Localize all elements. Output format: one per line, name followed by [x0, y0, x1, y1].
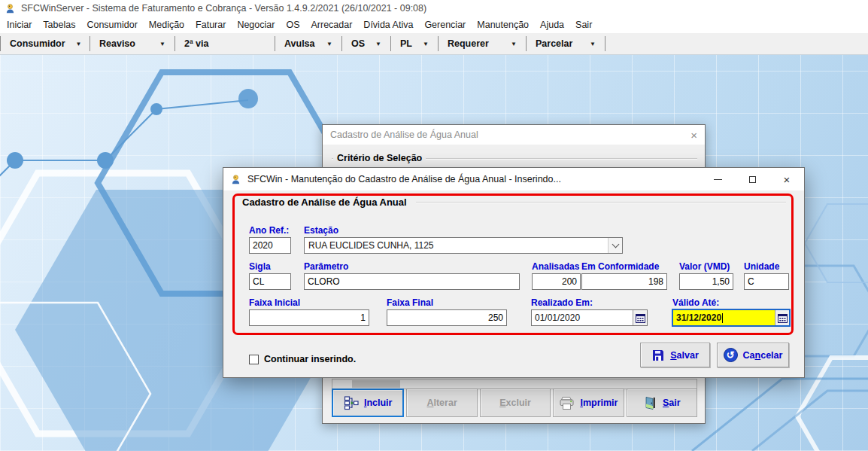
alterar-button: Alterar — [406, 389, 477, 417]
calendar-button[interactable] — [775, 310, 789, 325]
ano-ref-label: Ano Ref.: — [249, 225, 289, 236]
sigla-field[interactable]: CL — [249, 273, 291, 290]
analisadas-label: Analisadas — [532, 261, 579, 272]
toolbar-button-parcelar[interactable]: Parcelar ▼ — [527, 33, 605, 54]
dropdown-arrow-icon[interactable]: ▼ — [159, 41, 165, 47]
calendar-icon — [778, 313, 788, 323]
faixa-inicial-field[interactable]: 1 — [249, 309, 369, 326]
analisadas-field[interactable]: 200 — [532, 273, 581, 290]
cancelar-button[interactable]: ↺ Cancelar — [717, 343, 789, 367]
window-title: SFCWinServer - Sistema de Faturamento e … — [21, 3, 426, 14]
close-icon: × — [784, 174, 791, 185]
parametro-label: Parâmetro — [304, 261, 348, 272]
calendar-button[interactable] — [633, 310, 647, 325]
menu-item-manutencao[interactable]: Manutenção — [477, 20, 529, 30]
chevron-down-icon — [612, 240, 619, 248]
salvar-button[interactable]: Salvar — [640, 343, 710, 367]
ano-ref-field[interactable]: 2020 — [249, 237, 291, 254]
toolbar-button-consumidor[interactable]: Consumidor ▼ — [1, 33, 90, 54]
menu-item-arrecadar[interactable]: Arrecadar — [311, 20, 352, 30]
selection-dialog-buttons: Incluir Alterar Excluir Imprimir — [332, 389, 697, 417]
insert-record-icon — [344, 395, 359, 410]
selection-groupbox-label: Critério de Seleção — [333, 153, 426, 163]
cancel-undo-icon: ↺ — [724, 348, 738, 362]
dropdown-arrow-icon[interactable]: ▼ — [590, 41, 596, 47]
edit-groupbox-label: Cadastro de Análise de Água Anual — [238, 197, 411, 208]
app-icon — [230, 174, 241, 185]
dropdown-arrow-icon[interactable]: ▼ — [76, 41, 82, 47]
continuar-inserindo-checkbox-row: Continuar inserindo. — [249, 354, 356, 364]
continuar-inserindo-checkbox[interactable] — [249, 355, 259, 364]
horizontal-scrollbar[interactable] — [332, 379, 697, 389]
faixa-final-label: Faixa Final — [387, 297, 433, 308]
continuar-inserindo-label: Continuar inserindo. — [264, 354, 356, 364]
exit-door-icon — [643, 396, 657, 410]
scrollbar-thumb[interactable] — [352, 380, 400, 388]
dropdown-arrow-icon[interactable]: ▼ — [423, 41, 429, 47]
valor-vmd-field[interactable]: 1,50 — [679, 273, 733, 290]
toolbar-button-2a-via[interactable]: 2ª via — [175, 33, 244, 54]
dropdown-arrow-icon[interactable]: ▼ — [326, 41, 332, 47]
menu-item-ajuda[interactable]: Ajuda — [540, 20, 564, 30]
em-conformidade-label: Em Conformidade — [581, 261, 659, 272]
edit-dialog: SFCWin - Manutenção do Cadastro de Análi… — [223, 167, 805, 378]
menu-item-os[interactable]: OS — [286, 20, 299, 30]
toolbar: Consumidor ▼ Reaviso ▼ 2ª via Avulsa ▼ O… — [0, 33, 868, 55]
menu-item-gerenciar[interactable]: Gerenciar — [424, 20, 466, 30]
close-icon[interactable]: × — [690, 130, 697, 141]
sair-button[interactable]: Sair — [627, 389, 697, 417]
close-button[interactable]: × — [769, 168, 804, 190]
menu-item-divida-ativa[interactable]: Dívida Ativa — [363, 20, 413, 30]
faixa-final-field[interactable]: 250 — [387, 309, 507, 326]
toolbar-button-avulsa[interactable]: Avulsa ▼ — [275, 33, 341, 54]
menu-item-faturar[interactable]: Faturar — [196, 20, 226, 30]
realizado-em-label: Realizado Em: — [531, 297, 593, 308]
realizado-em-field[interactable]: 01/01/2020 — [531, 309, 648, 326]
unidade-field[interactable]: C — [744, 273, 789, 290]
selection-dialog-title: Cadastro de Análise de Água Anual — [330, 130, 690, 140]
app-icon — [5, 3, 16, 14]
em-conformidade-field[interactable]: 198 — [581, 273, 667, 290]
parametro-field[interactable]: CLORO — [304, 273, 520, 290]
edit-dialog-title: SFCWin - Manutenção do Cadastro de Análi… — [247, 174, 700, 184]
dropdown-arrow-icon[interactable]: ▼ — [511, 41, 517, 47]
maximize-icon — [749, 176, 756, 183]
combo-dropdown-button[interactable] — [608, 238, 622, 253]
screen: SFCWinServer - Sistema de Faturamento e … — [0, 0, 868, 451]
excluir-button: Excluir — [480, 389, 551, 417]
valido-ate-field[interactable]: 31/12/2020 — [672, 309, 790, 326]
calendar-icon — [636, 313, 645, 323]
valido-ate-label: Válido Até: — [672, 297, 719, 308]
menu-item-negociar[interactable]: Negociar — [237, 20, 275, 30]
toolbar-button-requerer[interactable]: Requerer ▼ — [439, 33, 526, 54]
unidade-label: Unidade — [744, 261, 779, 272]
text-cursor — [722, 313, 723, 323]
printer-icon — [559, 396, 575, 410]
maximize-button[interactable] — [735, 168, 769, 190]
estacao-label: Estação — [304, 225, 338, 236]
valor-vmd-label: Valor (VMD) — [679, 261, 730, 272]
menu-item-medicao[interactable]: Medição — [149, 20, 184, 30]
toolbar-spacer — [244, 33, 275, 54]
edit-dialog-titlebar[interactable]: SFCWin - Manutenção do Cadastro de Análi… — [223, 168, 804, 190]
selection-dialog-titlebar[interactable]: Cadastro de Análise de Água Anual × — [323, 125, 705, 145]
save-floppy-icon — [651, 349, 665, 362]
menubar: Iniciar Tabelas Consumidor Medição Fatur… — [0, 17, 868, 33]
toolbar-button-os[interactable]: OS ▼ — [342, 33, 390, 54]
menu-item-sair[interactable]: Sair — [575, 20, 592, 30]
minimize-icon — [714, 179, 722, 180]
toolbar-button-pl[interactable]: PL ▼ — [391, 33, 438, 54]
menu-item-iniciar[interactable]: Iniciar — [7, 20, 32, 30]
incluir-button[interactable]: Incluir — [332, 389, 404, 417]
dropdown-arrow-icon[interactable]: ▼ — [375, 41, 381, 47]
sigla-label: Sigla — [249, 261, 271, 272]
faixa-inicial-label: Faixa Inicial — [249, 297, 300, 308]
menu-item-consumidor[interactable]: Consumidor — [86, 20, 137, 30]
main-titlebar: SFCWinServer - Sistema de Faturamento e … — [0, 0, 868, 17]
imprimir-button[interactable]: Imprimir — [553, 389, 624, 417]
estacao-combobox[interactable]: RUA EUCLIDES CUNHA, 1125 — [304, 237, 623, 254]
menu-item-tabelas[interactable]: Tabelas — [43, 20, 75, 30]
groupbox-border — [416, 202, 786, 203]
toolbar-button-reaviso[interactable]: Reaviso ▼ — [90, 33, 175, 54]
minimize-button[interactable] — [700, 168, 735, 190]
